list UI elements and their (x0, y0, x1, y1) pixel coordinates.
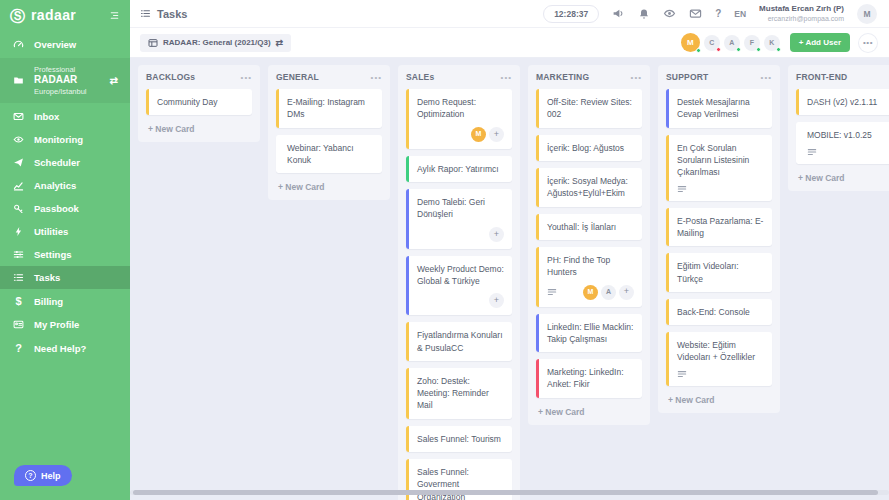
member-avatar-k[interactable]: K (764, 35, 780, 51)
announcements-icon[interactable] (612, 7, 625, 20)
collapse-sidebar-icon[interactable] (109, 10, 120, 21)
workspace-switcher[interactable]: ProfessionalRADAAREurope/Istanbul⇄ (0, 58, 130, 103)
help-question-icon[interactable]: ? (715, 8, 721, 19)
members-list: MCAFK (681, 33, 780, 52)
task-card[interactable]: Webinar: Yabancı Konuk (276, 135, 382, 174)
sidebar-item-monitoring[interactable]: Monitoring (0, 128, 130, 151)
task-card-footer: + (417, 293, 504, 308)
column-menu-icon[interactable]: ••• (371, 73, 382, 82)
sidebar-item-scheduler[interactable]: Scheduler (0, 151, 130, 174)
new-card-button[interactable]: + New Card (796, 171, 889, 183)
notifications-bell-icon[interactable] (638, 8, 650, 20)
sidebar-item-inbox[interactable]: Inbox (0, 105, 130, 128)
sidebar-item-my-profile[interactable]: My Profile (0, 313, 130, 336)
task-card-title: Marketing: LinkedIn: Anket: Fikir (547, 366, 634, 391)
task-card[interactable]: E-Mailing: Instagram DMs (276, 89, 382, 128)
card-add-member-icon[interactable]: + (489, 127, 504, 142)
new-card-button[interactable]: + New Card (146, 122, 252, 134)
task-card[interactable]: E-Posta Pazarlama: E-Mailing (666, 208, 772, 247)
task-card[interactable]: Youthall: İş İlanları (536, 214, 642, 240)
topbar: Tasks 12:28:37 ? EN Mustafa Ercan Zırh (… (130, 0, 889, 28)
swap-workspace-icon[interactable]: ⇄ (110, 75, 118, 86)
task-card[interactable]: DASH (v2) v2.1.11 (796, 89, 889, 115)
card-add-member-icon[interactable]: + (619, 285, 634, 300)
board-switcher-label: RADAAR: General (2021/Q3) (163, 38, 271, 47)
sidebar-item-label: Monitoring (34, 134, 83, 145)
task-card-title: Destek Mesajlarına Cevap Verilmesi (677, 96, 764, 121)
sidebar-item-utilities[interactable]: Utilities (0, 220, 130, 243)
page-title: Tasks (157, 8, 187, 20)
column-menu-icon[interactable]: ••• (761, 73, 772, 82)
new-card-button[interactable]: + New Card (276, 180, 382, 192)
task-card[interactable]: Weekly Product Demo: Global & Türkiye+ (406, 256, 512, 316)
horizontal-scrollbar-thumb[interactable] (133, 490, 878, 495)
task-card[interactable]: Aylık Rapor: Yatırımcı (406, 156, 512, 182)
messages-envelope-icon[interactable] (689, 7, 702, 20)
user-email: ercanzirh@pompaa.com (759, 14, 844, 23)
task-card[interactable]: Destek Mesajlarına Cevap Verilmesi (666, 89, 772, 128)
task-card[interactable]: Website: Eğitim Videoları + Özellikler (666, 332, 772, 386)
task-card[interactable]: Marketing: LinkedIn: Anket: Fikir (536, 359, 642, 398)
user-menu[interactable]: Mustafa Ercan Zırh (P) ercanzirh@pompaa.… (759, 4, 844, 23)
user-name: Mustafa Ercan Zırh (P) (759, 4, 844, 14)
clock[interactable]: 12:28:37 (543, 5, 599, 23)
card-assignee-avatar-m[interactable]: M (471, 127, 486, 142)
task-card[interactable]: Fiyatlandırma Konuları & PusulaCC (406, 322, 512, 361)
task-card[interactable]: Off-Site: Review Sites: 002 (536, 89, 642, 128)
task-card[interactable]: En Çok Sorulan Soruların Listesinin Çıka… (666, 135, 772, 201)
task-card[interactable]: PH: Find the Top HuntersMA+ (536, 247, 642, 307)
member-avatar-c[interactable]: C (704, 35, 720, 51)
card-assignee-avatar-a[interactable]: A (601, 285, 616, 300)
task-card[interactable]: Demo Request: OptimizationM+ (406, 89, 512, 149)
task-card[interactable]: Sales Funnel: Tourism (406, 426, 512, 452)
member-avatar-f[interactable]: F (744, 35, 760, 51)
column-menu-icon[interactable]: ••• (501, 73, 512, 82)
language-selector[interactable]: EN (734, 9, 746, 19)
task-card[interactable]: Zoho: Destek: Meeting: Reminder Mail (406, 368, 512, 419)
board-switcher[interactable]: RADAAR: General (2021/Q3) ⇄ (140, 34, 291, 52)
sidebar-item-tasks[interactable]: Tasks (0, 266, 130, 289)
task-card[interactable]: MOBILE: v1.0.25 (796, 122, 889, 163)
task-card-title: Sales Funnel: Tourism (417, 433, 504, 445)
task-card[interactable]: Back-End: Console (666, 299, 772, 325)
task-card-title: Youthall: İş İlanları (547, 221, 634, 233)
board-grid-icon (148, 38, 158, 48)
sidebar-item-overview[interactable]: Overview (0, 33, 130, 56)
task-card-title: En Çok Sorulan Soruların Listesinin Çıka… (677, 142, 764, 179)
sidebar-item-need-help[interactable]: ?Need Help? (0, 336, 130, 360)
board-members: MCAFK + Add User ••• (681, 33, 877, 52)
column-front-end: FRONT-END•••DASH (v2) v2.1.11MOBILE: v1.… (788, 65, 889, 191)
member-status-dot (696, 48, 701, 53)
sidebar-item-analytics[interactable]: Analytics (0, 174, 130, 197)
help-button[interactable]: ? Help (14, 465, 72, 486)
member-avatar-a[interactable]: A (724, 35, 740, 51)
add-user-button[interactable]: + Add User (790, 33, 850, 52)
sidebar-item-label: Need Help? (34, 343, 86, 354)
task-card[interactable]: Community Day (146, 89, 252, 115)
dashboard-icon (12, 39, 25, 50)
task-card[interactable]: LinkedIn: Ellie Macklin: Takip Çalışması (536, 314, 642, 353)
new-card-button[interactable]: + New Card (536, 405, 642, 417)
sidebar-item-settings[interactable]: Settings (0, 243, 130, 266)
task-card[interactable]: İçerik: Sosyal Medya: Ağustos+Eylül+Ekim (536, 168, 642, 207)
task-card[interactable]: İçerik: Blog: Ağustos (536, 135, 642, 161)
watch-eye-icon[interactable] (663, 7, 676, 20)
task-card[interactable]: Demo Talebi: Geri Dönüşleri+ (406, 189, 512, 249)
task-card[interactable]: Eğitim Videoları: Türkçe (666, 253, 772, 292)
task-card-footer (677, 185, 764, 194)
card-add-member-icon[interactable]: + (489, 293, 504, 308)
workspace-name: RADAAR (34, 74, 101, 87)
new-card-button[interactable]: + New Card (666, 393, 772, 405)
task-card-title: Off-Site: Review Sites: 002 (547, 96, 634, 121)
card-assignee-avatar-m[interactable]: M (583, 285, 598, 300)
task-card-title: Aylık Rapor: Yatırımcı (417, 163, 504, 175)
user-avatar[interactable]: M (857, 4, 877, 24)
horizontal-scrollbar-track[interactable] (130, 490, 889, 495)
member-avatar-m[interactable]: M (681, 33, 700, 52)
column-menu-icon[interactable]: ••• (241, 73, 252, 82)
column-menu-icon[interactable]: ••• (631, 73, 642, 82)
sidebar-item-passbook[interactable]: Passbook (0, 197, 130, 220)
card-add-member-icon[interactable]: + (489, 227, 504, 242)
board-more-icon[interactable]: ••• (859, 34, 877, 52)
sidebar-item-billing[interactable]: $Billing (0, 289, 130, 313)
